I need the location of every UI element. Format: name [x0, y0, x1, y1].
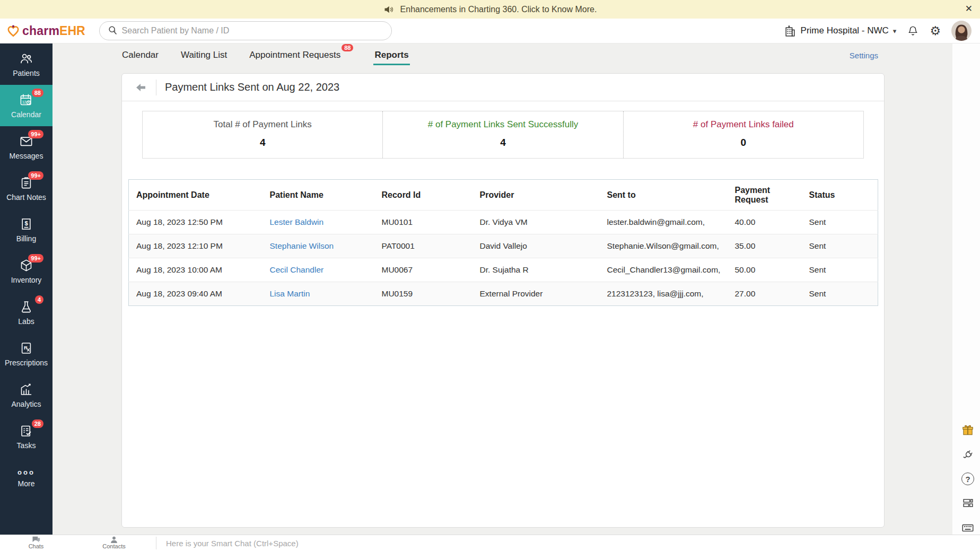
speaker-icon: [383, 4, 394, 15]
patient-link[interactable]: Stephanie Wilson: [270, 241, 334, 250]
sidebar-item-label: Analytics: [11, 400, 41, 408]
sidebar-item-prescriptions[interactable]: R Prescriptions: [0, 333, 52, 374]
table-row: Aug 18, 2023 12:50 PM Lester Baldwin MU0…: [129, 211, 878, 234]
facility-selector[interactable]: Prime Hospital - NWC ▾: [783, 24, 897, 38]
appointment-requests-badge: 88: [342, 44, 353, 51]
patients-icon: [19, 51, 33, 66]
cell-record: MU0067: [374, 258, 472, 282]
inventory-badge: 99+: [28, 254, 43, 263]
inventory-icon: 99+: [19, 258, 33, 273]
sidebar-item-labs[interactable]: 4 Labs: [0, 292, 52, 333]
patient-link[interactable]: Lester Baldwin: [270, 217, 324, 226]
col-provider: Provider: [472, 180, 600, 211]
contacts-button[interactable]: Contacts: [72, 535, 156, 551]
messages-icon: 99+: [19, 134, 33, 148]
billing-icon: $: [19, 217, 33, 231]
sidebar-item-chart-notes[interactable]: 99+ Chart Notes: [0, 168, 52, 209]
back-arrow-icon[interactable]: [135, 81, 147, 94]
bottom-bar: Chats Contacts: [0, 535, 980, 551]
cell-amount: 27.00: [728, 282, 802, 306]
divider: [156, 80, 156, 95]
logo-text-ehr: EHR: [59, 24, 85, 38]
sidebar-item-patients[interactable]: Patients: [0, 43, 52, 85]
cell-record: PAT0001: [374, 234, 472, 258]
utility-rail: ?: [961, 423, 975, 535]
patient-search[interactable]: [99, 21, 392, 40]
cell-sent-to: 2123123123, lisa@jjj.com,: [600, 282, 728, 306]
cell-record: MU0101: [374, 211, 472, 234]
labs-badge: 4: [35, 295, 43, 304]
col-patient-name: Patient Name: [262, 180, 374, 211]
layout-icon[interactable]: [961, 496, 975, 510]
help-icon[interactable]: ?: [961, 473, 974, 485]
search-input[interactable]: [122, 26, 384, 36]
keyboard-icon[interactable]: [961, 521, 975, 535]
sidebar-item-label: Labs: [18, 317, 34, 326]
col-appointment-date: Appointment Date: [129, 180, 262, 211]
svg-text:12: 12: [22, 99, 27, 104]
cell-date: Aug 18, 2023 09:40 AM: [129, 282, 262, 306]
tab-appointment-requests[interactable]: Appointment Requests88: [248, 45, 353, 65]
gift-icon[interactable]: [961, 423, 975, 437]
cell-amount: 40.00: [728, 211, 802, 234]
hospital-icon: [783, 24, 797, 38]
sidebar-item-tasks[interactable]: 28 Tasks: [0, 416, 52, 457]
calendar-icon: 12 88: [19, 93, 33, 107]
summary-total-label: Total # of Payment Links: [143, 119, 382, 130]
cell-amount: 35.00: [728, 234, 802, 258]
sidebar-item-messages[interactable]: 99+ Messages: [0, 126, 52, 168]
prescriptions-rx-icon: R: [19, 341, 33, 355]
cell-date: Aug 18, 2023 10:00 AM: [129, 258, 262, 282]
tab-bar: Calendar Waiting List Appointment Reques…: [52, 43, 980, 65]
sidebar-item-more[interactable]: ooo More: [0, 461, 52, 494]
sidebar-item-billing[interactable]: $ Billing: [0, 209, 52, 250]
search-icon[interactable]: [107, 25, 119, 37]
table-header-row: Appointment Date Patient Name Record Id …: [129, 180, 878, 211]
tab-waiting-list[interactable]: Waiting List: [180, 46, 228, 65]
sidebar-item-label: Chart Notes: [6, 193, 46, 202]
tasks-badge: 28: [32, 419, 43, 428]
summary-success-label: # of Payment Links Sent Successfully: [383, 119, 623, 130]
banner-message[interactable]: Enhancements in Charting 360. Click to K…: [400, 5, 597, 14]
nav-sidebar: Patients 12 88 Calendar 99+ Messages 99+…: [0, 43, 52, 535]
summary-total: Total # of Payment Links 4: [143, 111, 382, 158]
col-payment-request: Payment Request: [728, 180, 802, 211]
col-sent-to: Sent to: [600, 180, 728, 211]
notifications-bell-icon[interactable]: [907, 25, 919, 37]
sidebar-item-analytics[interactable]: Analytics: [0, 374, 52, 416]
tab-reports[interactable]: Reports: [373, 46, 409, 65]
cell-record: MU0159: [374, 282, 472, 306]
chat-bubble-icon: [32, 536, 40, 543]
labs-flask-icon: 4: [19, 300, 33, 314]
analytics-icon: [19, 382, 33, 397]
summary-strip: Total # of Payment Links 4 # of Payment …: [142, 111, 864, 159]
patient-link[interactable]: Lisa Martin: [270, 289, 310, 298]
cell-status: Sent: [802, 282, 878, 306]
table-row: Aug 18, 2023 09:40 AM Lisa Martin MU0159…: [129, 282, 878, 306]
settings-link[interactable]: Settings: [850, 51, 878, 60]
messages-badge: 99+: [28, 130, 43, 138]
sidebar-item-label: Calendar: [11, 110, 41, 119]
user-avatar[interactable]: [951, 21, 972, 41]
plug-icon[interactable]: [961, 448, 975, 461]
tab-calendar[interactable]: Calendar: [121, 46, 160, 65]
main-content: Calendar Waiting List Appointment Reques…: [52, 43, 980, 535]
banner-close-icon[interactable]: ✕: [965, 3, 973, 14]
sidebar-item-label: Patients: [13, 69, 40, 77]
summary-failed-value: 0: [624, 137, 863, 148]
smart-chat-input[interactable]: [156, 535, 980, 551]
chats-button[interactable]: Chats: [0, 535, 72, 551]
contact-person-icon: [110, 536, 118, 543]
charmehr-logo: charmEHR: [6, 24, 85, 38]
col-status: Status: [802, 180, 878, 211]
settings-gear-icon[interactable]: ⚙: [930, 25, 941, 37]
page-title: Payment Links Sent on Aug 22, 2023: [165, 81, 339, 93]
patient-link[interactable]: Cecil Chandler: [270, 265, 324, 274]
sidebar-item-inventory[interactable]: 99+ Inventory: [0, 250, 52, 292]
cell-provider: David Vallejo: [472, 234, 600, 258]
cell-provider: Dr. Sujatha R: [472, 258, 600, 282]
announcement-banner[interactable]: Enhancements in Charting 360. Click to K…: [0, 0, 980, 19]
sidebar-item-label: Messages: [10, 152, 43, 160]
sidebar-item-calendar[interactable]: 12 88 Calendar: [0, 85, 52, 126]
cell-date: Aug 18, 2023 12:10 PM: [129, 234, 262, 258]
